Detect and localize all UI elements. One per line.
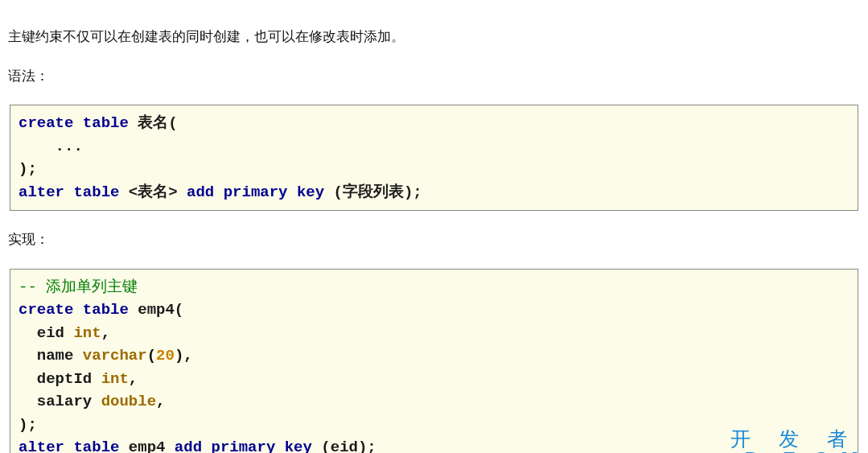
type-int: int: [101, 370, 129, 388]
code-text: emp4: [119, 439, 174, 453]
code-text: ),: [175, 347, 193, 364]
code-text: eid: [19, 324, 73, 342]
code-text: );: [19, 416, 37, 434]
keyword-primary: primary: [211, 439, 275, 453]
code-text: salary: [19, 393, 101, 410]
code-text: ...: [19, 138, 83, 155]
keyword-table: table: [73, 439, 119, 453]
code-text: ,: [101, 324, 110, 342]
keyword-key: key: [285, 439, 312, 453]
keyword-alter: alter: [19, 439, 64, 453]
code-text: (字段列表);: [324, 183, 422, 201]
code-text: emp4(: [129, 301, 183, 319]
type-varchar: varchar: [83, 347, 147, 364]
keyword-table: table: [73, 183, 119, 201]
implementation-code-block: -- 添加单列主键 create table emp4( eid int, na…: [10, 269, 858, 453]
keyword-table: table: [83, 301, 129, 319]
code-text: );: [19, 160, 37, 178]
keyword-add: add: [187, 183, 214, 201]
keyword-add: add: [175, 439, 202, 453]
code-text: (: [147, 347, 156, 364]
implementation-label: 实现：: [8, 229, 860, 250]
intro-paragraph: 主键约束不仅可以在创建表的同时创建，也可以在修改表时添加。: [8, 26, 860, 47]
code-comment: -- 添加单列主键: [19, 278, 138, 296]
type-int: int: [73, 324, 101, 342]
code-text: <表名>: [119, 183, 187, 201]
keyword-primary: primary: [224, 183, 288, 201]
keyword-table: table: [83, 114, 129, 132]
number-literal: 20: [156, 347, 175, 364]
code-text: name: [19, 347, 83, 364]
type-double: double: [101, 393, 156, 410]
syntax-label: 语法：: [8, 65, 860, 87]
syntax-code-block: create table 表名( ... ); alter table <表名>…: [10, 105, 858, 211]
keyword-create: create: [19, 301, 73, 319]
keyword-create: create: [19, 114, 73, 132]
keyword-alter: alter: [19, 183, 64, 201]
code-text: deptId: [19, 370, 101, 388]
keyword-key: key: [297, 183, 324, 201]
code-text: (eid);: [312, 439, 376, 453]
code-text: ,: [129, 370, 138, 388]
code-text: ,: [156, 393, 165, 410]
code-text: 表名(: [129, 114, 178, 132]
